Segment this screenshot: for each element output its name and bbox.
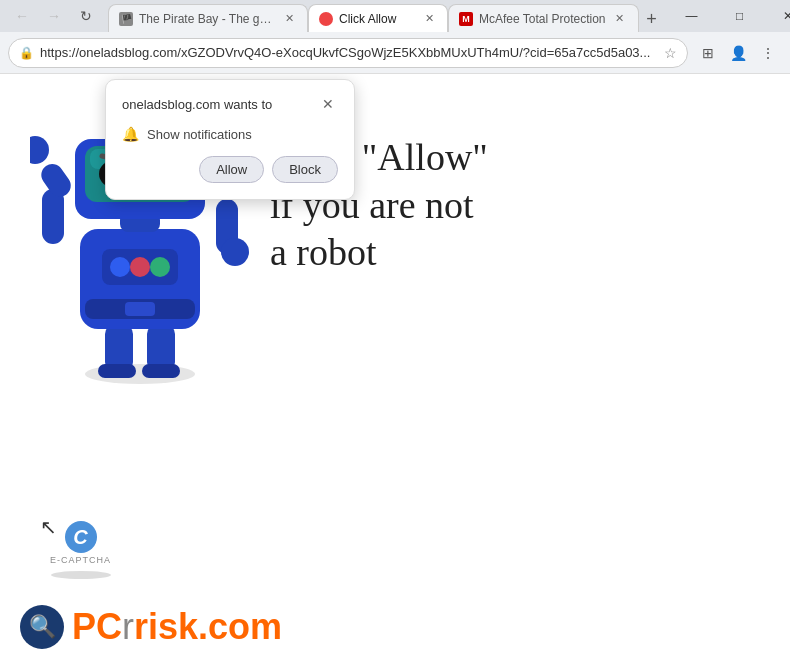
notification-row: 🔔 Show notifications [122,126,338,142]
popup-buttons: Allow Block [122,156,338,183]
maximize-button[interactable]: □ [717,0,763,32]
svg-rect-6 [98,364,136,378]
nav-buttons: ← → ↻ [8,2,100,30]
ecaptcha-logo: C E-CAPTCHA [50,521,111,579]
close-button[interactable]: ✕ [765,0,790,32]
menu-button[interactable]: ⋮ [754,39,782,67]
popup-title: oneladsblog.com wants to [122,97,272,112]
lock-icon: 🔒 [19,46,34,60]
popup-close-button[interactable]: ✕ [318,94,338,114]
back-button[interactable]: ← [8,2,36,30]
refresh-button[interactable]: ↻ [72,2,100,30]
notification-popup: oneladsblog.com wants to ✕ 🔔 Show notifi… [105,79,355,200]
bookmark-star-icon[interactable]: ☆ [664,45,677,61]
mcafee-favicon: M [459,12,473,26]
svg-point-14 [150,257,170,277]
svg-rect-10 [125,302,155,316]
clickallow-favicon [319,12,333,26]
pcrisk-orange-text: risk.com [134,606,282,647]
svg-rect-1 [42,189,64,244]
piratebay-favicon: 🏴 [119,12,133,26]
tab-clickallow-title: Click Allow [339,12,415,26]
ecaptcha-shadow [51,571,111,579]
split-screen-button[interactable]: ⊞ [694,39,722,67]
tab-mcafee-title: McAfee Total Protection [479,12,606,26]
pcrisk-gray-text: PC [72,606,122,647]
tab-piratebay-close[interactable]: ✕ [281,11,297,27]
block-button[interactable]: Block [272,156,338,183]
minimize-button[interactable]: — [669,0,715,32]
window-controls: — □ ✕ [669,0,790,32]
svg-rect-7 [142,364,180,378]
forward-button[interactable]: → [40,2,68,30]
ecaptcha-icon: C [65,521,97,553]
tab-bar: 🏴 The Pirate Bay - The galaxy's m... ✕ C… [108,0,665,32]
main-text-line3: a robot [270,229,488,277]
url-text: https://oneladsblog.com/xGZODVrvQ4O-eXoc… [40,45,658,60]
pcrisk-text: PCrrisk.com [72,606,282,648]
address-box[interactable]: 🔒 https://oneladsblog.com/xGZODVrvQ4O-eX… [8,38,688,68]
svg-rect-2 [37,160,75,201]
pcrisk-icon [20,605,64,649]
tab-piratebay-title: The Pirate Bay - The galaxy's m... [139,12,275,26]
tab-piratebay[interactable]: 🏴 The Pirate Bay - The galaxy's m... ✕ [108,4,308,32]
tab-clickallow-close[interactable]: ✕ [421,11,437,27]
svg-point-29 [30,136,49,164]
popup-header: oneladsblog.com wants to ✕ [122,94,338,114]
pcrisk-logo: PCrrisk.com [20,605,282,649]
svg-point-12 [110,257,130,277]
tab-mcafee[interactable]: M McAfee Total Protection ✕ [448,4,639,32]
page-content: oneladsblog.com wants to ✕ 🔔 Show notifi… [0,74,790,659]
allow-button[interactable]: Allow [199,156,264,183]
bell-icon: 🔔 [122,126,139,142]
titlebar: ← → ↻ 🏴 The Pirate Bay - The galaxy's m.… [0,0,790,32]
tab-clickallow[interactable]: Click Allow ✕ [308,4,448,32]
addressbar: 🔒 https://oneladsblog.com/xGZODVrvQ4O-eX… [0,32,790,74]
tab-mcafee-close[interactable]: ✕ [612,11,628,27]
svg-point-13 [130,257,150,277]
new-tab-button[interactable]: + [639,6,665,32]
ecaptcha-label: E-CAPTCHA [50,555,111,565]
notification-label: Show notifications [147,127,252,142]
svg-point-30 [221,238,249,266]
profile-button[interactable]: 👤 [724,39,752,67]
toolbar-icons: ⊞ 👤 ⋮ [694,39,782,67]
